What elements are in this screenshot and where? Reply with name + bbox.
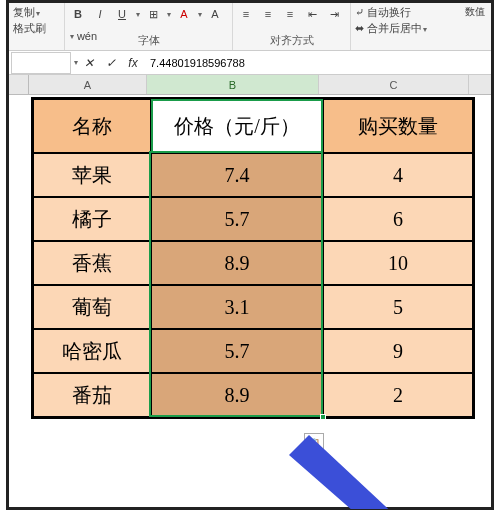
align-top-button[interactable]: ≡ [237, 5, 255, 23]
column-headers: A B C [9, 75, 491, 95]
paste-options-button[interactable]: 📋 [304, 433, 324, 453]
cell-name[interactable]: 番茄 [33, 373, 151, 417]
enter-button[interactable]: ✓ [100, 56, 122, 70]
cell-name[interactable]: 香蕉 [33, 241, 151, 285]
cell-qty[interactable]: 6 [323, 197, 473, 241]
ribbon: 复制▾ 格式刷 B I U ▾ ⊞▾ A▾ A▾ wén 字体 ≡ ≡ ≡ ⇤ [9, 3, 491, 51]
cell-price[interactable]: 7.4 [151, 153, 323, 197]
align-bot-button[interactable]: ≡ [281, 5, 299, 23]
font-color-button[interactable]: A [206, 5, 224, 23]
header-name[interactable]: 名称 [33, 99, 151, 153]
cell-price[interactable]: 8.9 [151, 373, 323, 417]
formula-input[interactable] [144, 52, 491, 74]
bold-button[interactable]: B [69, 5, 87, 23]
merge-center-button[interactable]: ⬌ 合并后居中▾ [355, 21, 427, 36]
cell-name[interactable]: 哈密瓜 [33, 329, 151, 373]
cell-qty[interactable]: 5 [323, 285, 473, 329]
formula-bar: ▾ ✕ ✓ fx [9, 51, 491, 75]
cell-price[interactable]: 5.7 [151, 197, 323, 241]
header-price[interactable]: 价格（元/斤） [151, 99, 323, 153]
wrap-text-button[interactable]: ⤶ 自动换行 [355, 5, 411, 20]
cell-price[interactable]: 8.9 [151, 241, 323, 285]
format-painter-button[interactable]: 格式刷 [13, 21, 46, 36]
select-all-corner[interactable] [9, 75, 29, 94]
border-button[interactable]: ⊞ [144, 5, 162, 23]
cell-qty[interactable]: 9 [323, 329, 473, 373]
cell-qty[interactable]: 2 [323, 373, 473, 417]
align-group-label: 对齐方式 [233, 33, 350, 48]
cancel-button[interactable]: ✕ [78, 56, 100, 70]
cell-grid[interactable]: 名称 价格（元/斤） 购买数量 苹果 7.4 4 橘子 5.7 6 香蕉 8.9… [9, 95, 491, 509]
indent-dec-button[interactable]: ⇤ [303, 5, 321, 23]
cell-qty[interactable]: 10 [323, 241, 473, 285]
col-header-c[interactable]: C [319, 75, 469, 94]
data-table: 名称 价格（元/斤） 购买数量 苹果 7.4 4 橘子 5.7 6 香蕉 8.9… [31, 97, 475, 419]
cell-name[interactable]: 葡萄 [33, 285, 151, 329]
indent-inc-button[interactable]: ⇥ [325, 5, 343, 23]
cell-name[interactable]: 苹果 [33, 153, 151, 197]
fill-color-button[interactable]: A [175, 5, 193, 23]
cell-name[interactable]: 橘子 [33, 197, 151, 241]
underline-button[interactable]: U [113, 5, 131, 23]
italic-button[interactable]: I [91, 5, 109, 23]
fx-button[interactable]: fx [122, 56, 144, 70]
font-group-label: 字体 [65, 33, 232, 48]
name-box[interactable] [11, 52, 71, 74]
cell-price[interactable]: 5.7 [151, 329, 323, 373]
copy-button[interactable]: 复制▾ [13, 5, 40, 20]
align-mid-button[interactable]: ≡ [259, 5, 277, 23]
cell-qty[interactable]: 4 [323, 153, 473, 197]
header-qty[interactable]: 购买数量 [323, 99, 473, 153]
dropdown-icon[interactable]: ▾ [136, 10, 140, 19]
annotation-arrow-icon [269, 435, 469, 509]
col-header-a[interactable]: A [29, 75, 147, 94]
number-group-label: 数值 [465, 5, 485, 19]
fill-handle[interactable] [320, 414, 326, 420]
col-header-b[interactable]: B [147, 75, 319, 94]
cell-price[interactable]: 3.1 [151, 285, 323, 329]
